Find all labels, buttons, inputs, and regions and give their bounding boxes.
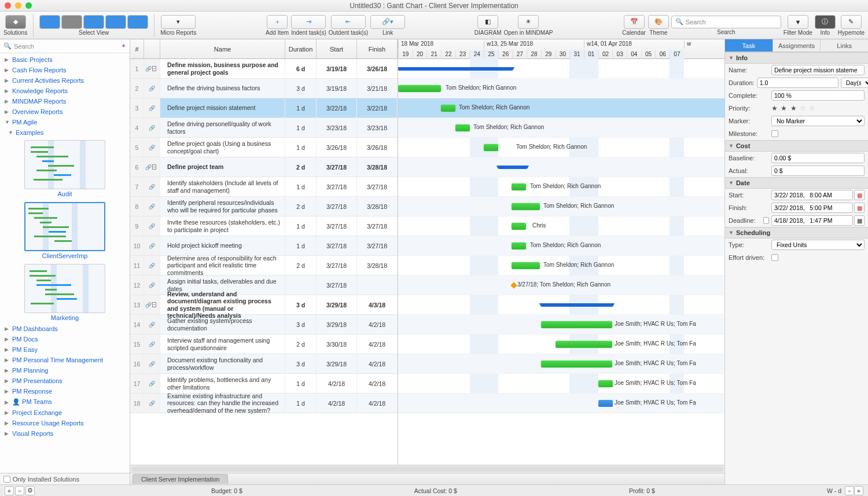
task-bar[interactable] <box>512 262 540 269</box>
baseline-input[interactable] <box>771 153 865 163</box>
template-thumb[interactable] <box>24 140 105 189</box>
calendar-icon[interactable]: ▦ <box>854 215 865 226</box>
col-num[interactable]: # <box>130 39 144 58</box>
task-row[interactable]: 15 🔗 Interview staff and management usin… <box>130 335 398 354</box>
task-row[interactable]: 10 🔗 Hold project kickoff meeting 1 d 3/… <box>130 236 398 256</box>
timeline-day[interactable]: 26 <box>498 50 513 59</box>
sidebar-search[interactable]: 🔍Search✦ <box>0 39 130 53</box>
sidebar-item[interactable]: ▶PM Personal Time Management <box>0 355 130 365</box>
timeline-day[interactable]: 23 <box>455 50 470 59</box>
inspector-tab-task[interactable]: Task <box>725 39 773 52</box>
solutions-btn[interactable]: ◆ <box>5 15 26 29</box>
col-start[interactable]: Start <box>317 39 357 58</box>
timeline-day[interactable]: 30 <box>556 50 570 59</box>
gear-btn[interactable]: ⚙ <box>25 486 35 495</box>
priority-stars[interactable]: ★ ★ ★ ☆ ☆ <box>771 104 816 112</box>
minimize-btn[interactable] <box>15 2 21 9</box>
task-bar[interactable] <box>512 183 526 190</box>
timeline-day[interactable]: 01 <box>584 50 598 59</box>
mindmap-btn[interactable]: ☀ <box>518 15 539 29</box>
summary-bar[interactable] <box>398 67 513 71</box>
timeline-day[interactable]: 27 <box>513 50 527 59</box>
toolbar-search[interactable]: 🔍Search <box>671 16 781 28</box>
sidebar-item[interactable]: ▶Project Exchange <box>0 407 130 418</box>
template-thumb[interactable] <box>24 202 105 251</box>
col-finish[interactable]: Finish <box>357 39 398 58</box>
task-bar[interactable] <box>512 203 540 210</box>
timeline-day[interactable]: 21 <box>426 50 441 59</box>
section-cost[interactable]: ▼Cost <box>725 140 868 152</box>
zoom-in-btn[interactable]: + <box>854 486 863 495</box>
timeline-day[interactable]: 03 <box>612 50 627 59</box>
scheduling-type[interactable]: Fixed Units <box>771 240 865 250</box>
sidebar-item[interactable]: ▶PM Docs <box>0 334 130 344</box>
task-row[interactable]: 3 🔗 Define project mission statement 1 d… <box>130 98 398 118</box>
inspector-tab-links[interactable]: Links <box>820 39 868 52</box>
sidebar-item-agile[interactable]: ▼PM Agile <box>0 117 130 127</box>
calendar-icon[interactable]: ▦ <box>854 190 865 200</box>
marker-select[interactable]: No Marker <box>771 116 865 126</box>
expander-icon[interactable]: − <box>152 164 156 170</box>
task-bar[interactable] <box>598 380 613 387</box>
sidebar-item[interactable]: ▶PM Presentations <box>0 376 130 386</box>
complete-input[interactable] <box>771 90 865 101</box>
section-date[interactable]: ▼Date <box>725 177 868 189</box>
timeline-day[interactable]: 04 <box>627 50 641 59</box>
milestone-checkbox[interactable] <box>771 130 778 137</box>
task-bar[interactable] <box>598 400 613 407</box>
indent-btn[interactable]: ⇥ <box>291 15 326 29</box>
task-row[interactable]: 1 🔗− Define mission, business purpose an… <box>130 59 398 79</box>
sidebar-item[interactable]: ▶Overview Reports <box>0 106 130 117</box>
task-row[interactable]: 2 🔗 Define the driving business factors … <box>130 79 398 98</box>
task-bar[interactable] <box>541 361 612 368</box>
info-btn[interactable]: ⓘ <box>815 15 836 29</box>
view-btn-5[interactable] <box>127 15 148 29</box>
timeline-day[interactable]: 31 <box>569 50 584 59</box>
start-date-input[interactable] <box>771 190 853 200</box>
inspector-tab-assignments[interactable]: Assignments <box>773 39 821 52</box>
col-duration[interactable]: Duration <box>285 39 317 58</box>
timeline-day[interactable]: 28 <box>527 50 541 59</box>
task-row[interactable]: 17 🔗 Identify problems, bottlenecks and … <box>130 374 398 394</box>
task-row[interactable]: 7 🔗 Identify stakeholders (Include all l… <box>130 177 398 197</box>
timeline-day[interactable]: 22 <box>441 50 455 59</box>
task-row[interactable]: 4 🔗 Define driving personell/quality of … <box>130 118 398 138</box>
diagram-btn[interactable]: ◧ <box>477 15 498 29</box>
h-scrollbar[interactable] <box>131 466 723 472</box>
view-btn-4[interactable] <box>105 15 126 29</box>
timeline-day[interactable]: 20 <box>413 50 427 59</box>
task-bar[interactable] <box>398 85 441 92</box>
summary-bar[interactable] <box>541 303 613 307</box>
link-btn[interactable]: 🔗▾ <box>370 15 405 29</box>
zoom-out-btn[interactable]: − <box>845 486 854 495</box>
micro-reports-btn[interactable]: ▾ <box>161 15 196 29</box>
task-row[interactable]: 6 🔗− Define project team 2 d 3/27/18 3/2… <box>130 157 398 177</box>
sidebar-item[interactable]: ▶Cash Flow Reports <box>0 65 130 75</box>
task-bar[interactable] <box>512 243 526 249</box>
sidebar-item[interactable]: ▶Knowledge Reports <box>0 86 130 96</box>
sidebar-item[interactable]: ▶Visual Reports <box>0 428 130 439</box>
sidebar-item[interactable]: ▶PM Planning <box>0 365 130 376</box>
sidebar-item[interactable]: ▶PM Response <box>0 386 130 396</box>
sidebar-item[interactable]: ▶PM Easy <box>0 344 130 355</box>
filter-btn[interactable]: ▼ <box>788 15 808 29</box>
view-btn-2[interactable] <box>61 15 82 29</box>
effort-checkbox[interactable] <box>771 254 778 261</box>
outdent-btn[interactable]: ⇤ <box>331 15 366 29</box>
deadline-input[interactable] <box>771 215 853 226</box>
task-row[interactable]: 13 🔗− Review, understand and document/di… <box>130 295 398 315</box>
add-btn[interactable]: + <box>5 486 14 495</box>
task-name-input[interactable] <box>771 65 865 75</box>
timeline-day[interactable]: 19 <box>398 50 413 59</box>
sidebar-item[interactable]: ▶PM Dashboards <box>0 324 130 334</box>
expander-icon[interactable]: − <box>152 302 156 307</box>
task-row[interactable]: 5 🔗 Define project goals (Using a busine… <box>130 138 398 157</box>
timeline-day[interactable]: 25 <box>484 50 498 59</box>
zoom-btn[interactable] <box>25 2 32 9</box>
view-btn-1[interactable] <box>39 15 60 29</box>
sidebar-item[interactable]: ▶Current Activities Reports <box>0 75 130 86</box>
task-bar[interactable] <box>484 144 498 151</box>
expander-icon[interactable]: − <box>152 66 156 71</box>
hypernote-btn[interactable]: ✎ <box>841 15 862 29</box>
sidebar-item-examples[interactable]: ▼Examples <box>0 127 130 138</box>
